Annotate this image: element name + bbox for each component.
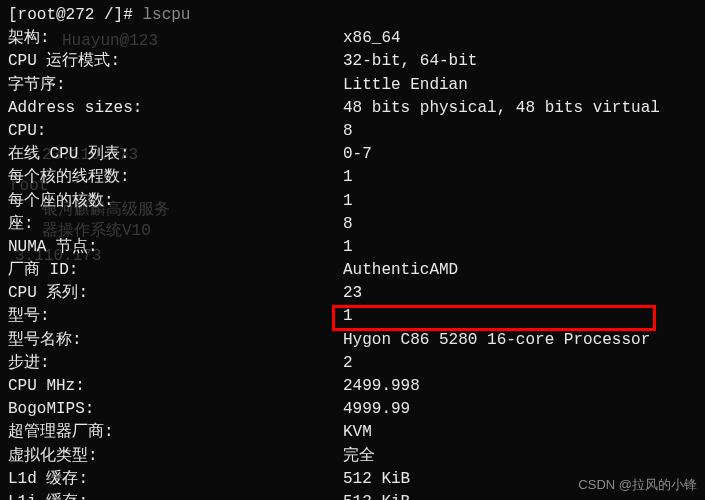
row-label: 超管理器厂商: bbox=[8, 421, 343, 444]
row-label: 步进: bbox=[8, 352, 343, 375]
row-label: 厂商 ID: bbox=[8, 259, 343, 282]
row-label: NUMA 节点: bbox=[8, 236, 343, 259]
row-label: CPU 运行模式: bbox=[8, 50, 343, 73]
row-value: 0-7 bbox=[343, 143, 697, 166]
row-label: 座: bbox=[8, 213, 343, 236]
row-label: 型号: bbox=[8, 305, 343, 328]
output-row: 型号名称:Hygon C86 5280 16-core Processor bbox=[8, 329, 697, 352]
terminal-prompt-line: [root@272 /]# lscpu bbox=[8, 4, 697, 27]
output-row: 每个座的核数:1 bbox=[8, 190, 697, 213]
row-value: 2 bbox=[343, 352, 697, 375]
row-value: 1 bbox=[343, 190, 697, 213]
row-label: Address sizes: bbox=[8, 97, 343, 120]
row-label: L1i 缓存: bbox=[8, 491, 343, 500]
output-row: 步进:2 bbox=[8, 352, 697, 375]
output-row: 厂商 ID:AuthenticAMD bbox=[8, 259, 697, 282]
output-row: 座:8 bbox=[8, 213, 697, 236]
prompt: [root@272 /]# bbox=[8, 6, 142, 24]
output-row: 型号:1 bbox=[8, 305, 697, 328]
output-row: 每个核的线程数:1 bbox=[8, 166, 697, 189]
row-value: KVM bbox=[343, 421, 697, 444]
row-label: 虚拟化类型: bbox=[8, 445, 343, 468]
row-value: 512 KiB bbox=[343, 468, 697, 491]
output-row: Address sizes:48 bits physical, 48 bits … bbox=[8, 97, 697, 120]
row-value: 23 bbox=[343, 282, 697, 305]
row-label: 字节序: bbox=[8, 74, 343, 97]
row-value: 8 bbox=[343, 120, 697, 143]
row-value: 512 KiB bbox=[343, 491, 697, 500]
output-row: CPU:8 bbox=[8, 120, 697, 143]
row-value: AuthenticAMD bbox=[343, 259, 697, 282]
output-row: 在线 CPU 列表:0-7 bbox=[8, 143, 697, 166]
output-row: NUMA 节点:1 bbox=[8, 236, 697, 259]
row-label: 型号名称: bbox=[8, 329, 343, 352]
row-label: 在线 CPU 列表: bbox=[8, 143, 343, 166]
output-row: BogoMIPS:4999.99 bbox=[8, 398, 697, 421]
row-value: 2499.998 bbox=[343, 375, 697, 398]
row-value: 48 bits physical, 48 bits virtual bbox=[343, 97, 697, 120]
row-label: BogoMIPS: bbox=[8, 398, 343, 421]
row-value: 32-bit, 64-bit bbox=[343, 50, 697, 73]
lscpu-output: 架构:x86_64CPU 运行模式:32-bit, 64-bit字节序:Litt… bbox=[8, 27, 697, 500]
row-value: 1 bbox=[343, 166, 697, 189]
output-row: CPU MHz:2499.998 bbox=[8, 375, 697, 398]
row-label: L1d 缓存: bbox=[8, 468, 343, 491]
row-value: 4999.99 bbox=[343, 398, 697, 421]
row-label: 每个核的线程数: bbox=[8, 166, 343, 189]
output-row: 架构:x86_64 bbox=[8, 27, 697, 50]
output-row: L1i 缓存:512 KiB bbox=[8, 491, 697, 500]
row-value: 1 bbox=[343, 236, 697, 259]
row-value: Little Endian bbox=[343, 74, 697, 97]
output-row: 字节序:Little Endian bbox=[8, 74, 697, 97]
output-row: 超管理器厂商:KVM bbox=[8, 421, 697, 444]
row-label: 每个座的核数: bbox=[8, 190, 343, 213]
row-value: 8 bbox=[343, 213, 697, 236]
row-value: Hygon C86 5280 16-core Processor bbox=[343, 329, 697, 352]
output-row: CPU 运行模式:32-bit, 64-bit bbox=[8, 50, 697, 73]
row-label: CPU MHz: bbox=[8, 375, 343, 398]
row-value: x86_64 bbox=[343, 27, 697, 50]
row-value: 1 bbox=[343, 305, 697, 328]
row-label: CPU: bbox=[8, 120, 343, 143]
output-row: CPU 系列:23 bbox=[8, 282, 697, 305]
command-text: lscpu bbox=[142, 6, 190, 24]
row-label: CPU 系列: bbox=[8, 282, 343, 305]
row-value: 完全 bbox=[343, 445, 697, 468]
output-row: 虚拟化类型:完全 bbox=[8, 445, 697, 468]
output-row: L1d 缓存:512 KiB bbox=[8, 468, 697, 491]
row-label: 架构: bbox=[8, 27, 343, 50]
